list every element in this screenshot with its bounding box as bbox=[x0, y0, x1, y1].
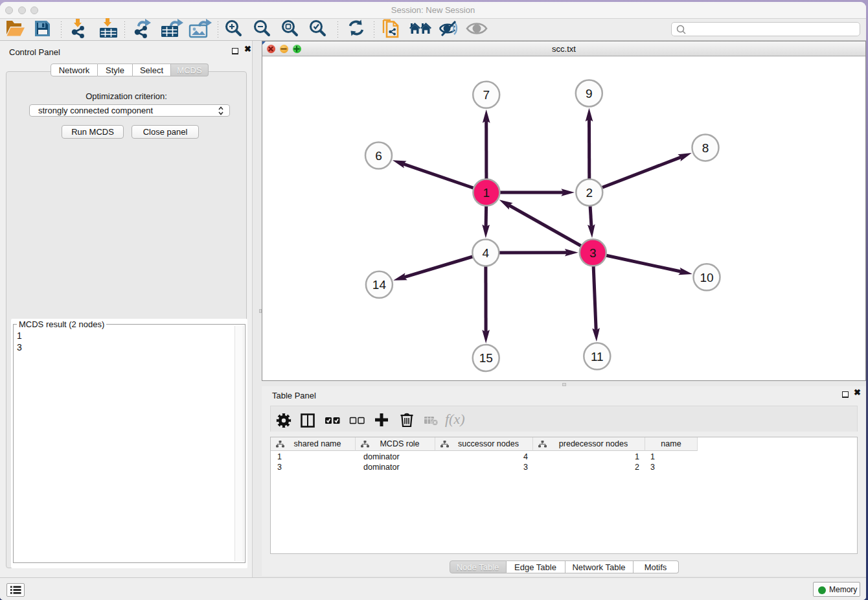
svg-text:11: 11 bbox=[591, 350, 604, 363]
svg-text:1: 1 bbox=[483, 186, 490, 200]
svg-text:9: 9 bbox=[586, 87, 593, 100]
svg-text:4: 4 bbox=[483, 246, 490, 260]
svg-text:2: 2 bbox=[586, 186, 593, 200]
svg-text:6: 6 bbox=[375, 149, 382, 163]
svg-text:15: 15 bbox=[479, 351, 493, 365]
svg-text:3: 3 bbox=[589, 246, 597, 260]
svg-text:10: 10 bbox=[700, 271, 713, 284]
svg-text:8: 8 bbox=[702, 141, 709, 155]
svg-text:7: 7 bbox=[483, 88, 490, 102]
svg-text:14: 14 bbox=[372, 278, 387, 292]
